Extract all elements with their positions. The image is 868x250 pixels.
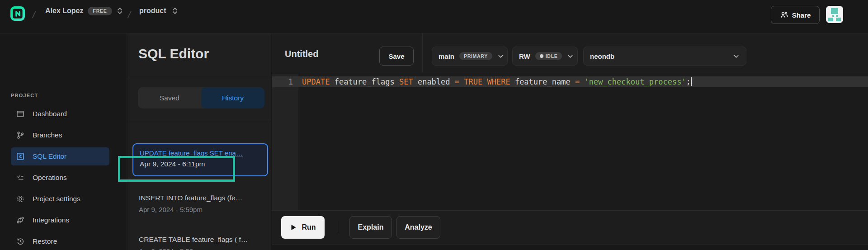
sidebar-item-branches[interactable]: Branches <box>11 126 109 144</box>
gear-icon <box>15 194 25 204</box>
org-name: Alex Lopez <box>45 7 83 15</box>
save-button[interactable]: Save <box>379 47 414 66</box>
compute-value: RW <box>519 52 530 60</box>
project-name: product <box>139 7 166 15</box>
neon-logo-icon[interactable] <box>10 6 25 21</box>
panel-title: SQL Editor <box>138 46 209 61</box>
org-switcher[interactable]: Alex Lopez FREE <box>45 7 123 15</box>
sql-code-editor[interactable]: 1 UPDATE feature_flags SET enabled = TRU… <box>272 74 868 210</box>
share-button[interactable]: Share <box>771 6 820 24</box>
run-button[interactable]: Run <box>281 216 325 239</box>
plan-badge: FREE <box>88 7 112 15</box>
project-switcher[interactable]: product <box>139 7 178 15</box>
restore-clock-icon <box>15 236 25 246</box>
sidebar-item-label: SQL Editor <box>33 152 66 160</box>
top-bar: / Alex Lopez FREE / product Share <box>0 0 868 33</box>
sql-editor-panel: SQL Editor Saved History UPDATE feature_… <box>127 33 271 250</box>
primary-badge: PRIMARY <box>459 52 492 61</box>
sort-chevrons-icon <box>172 7 178 15</box>
tab-saved[interactable]: Saved <box>138 87 201 108</box>
text-cursor <box>691 77 692 86</box>
history-item[interactable]: CREATE TABLE feature_flags ( f… Apr 9, 2… <box>139 236 268 250</box>
run-label: Run <box>302 223 316 231</box>
integrations-icon <box>15 215 25 225</box>
results-pane-edge <box>272 245 868 250</box>
history-query: CREATE TABLE feature_flags ( f… <box>139 236 268 244</box>
database-select[interactable]: neondb <box>583 47 746 66</box>
query-editor: Untitled Save main PRIMARY RW IDLE <box>272 33 868 250</box>
identicon <box>826 6 843 23</box>
branches-icon <box>15 130 25 140</box>
branch-value: main <box>439 52 454 60</box>
play-icon <box>290 224 297 231</box>
code-line-1: 1 UPDATE feature_flags SET enabled = TRU… <box>272 76 868 87</box>
database-value: neondb <box>590 52 614 60</box>
explain-button[interactable]: Explain <box>349 216 392 239</box>
saved-history-tabs: Saved History <box>138 87 264 108</box>
sidebar-item-label: Operations <box>33 174 67 182</box>
divider <box>127 121 271 121</box>
divider <box>422 33 423 73</box>
breadcrumb-separator: / <box>31 9 37 21</box>
user-avatar[interactable] <box>826 6 843 23</box>
line-number: 1 <box>272 76 293 87</box>
section-label-project: PROJECT <box>11 93 38 98</box>
history-timestamp: Apr 9, 2024 - 5:58pm <box>139 247 268 250</box>
tab-history[interactable]: History <box>201 87 264 108</box>
dashboard-icon <box>15 109 25 119</box>
people-icon <box>780 11 788 19</box>
sidebar-item-integrations[interactable]: Integrations <box>11 211 109 229</box>
chevron-down-icon <box>733 53 740 60</box>
chevron-down-icon <box>497 53 504 60</box>
query-title: Untitled <box>285 49 318 59</box>
sidebar-item-dashboard[interactable]: Dashboard <box>11 105 109 123</box>
sidebar-item-restore[interactable]: Restore <box>11 232 109 250</box>
history-query: INSERT INTO feature_flags (fe… <box>139 194 268 202</box>
idle-label: IDLE <box>546 54 558 59</box>
share-label: Share <box>792 11 811 19</box>
history-item[interactable]: INSERT INTO feature_flags (fe… Apr 9, 20… <box>139 194 268 213</box>
sidebar-item-operations[interactable]: Operations <box>11 169 109 187</box>
sidebar-item-label: Branches <box>33 131 62 139</box>
chevron-down-icon <box>567 53 574 60</box>
idle-status-badge: IDLE <box>535 52 562 61</box>
sql-editor-icon <box>15 151 25 161</box>
sidebar-item-project-settings[interactable]: Project settings <box>11 190 109 208</box>
branch-select[interactable]: main PRIMARY <box>432 47 508 66</box>
sidebar-item-sql-editor[interactable]: SQL Editor <box>11 147 109 165</box>
history-item-selected[interactable]: UPDATE feature_flags SET ena… Apr 9, 202… <box>132 143 268 176</box>
sort-chevrons-icon <box>117 7 123 15</box>
analyze-button[interactable]: Analyze <box>396 216 440 239</box>
neon-console-window: / Alex Lopez FREE / product Share <box>0 0 868 250</box>
breadcrumb-separator: / <box>127 9 132 21</box>
sidebar-item-label: Dashboard <box>33 110 67 118</box>
sidebar-item-label: Integrations <box>33 216 69 224</box>
compute-select[interactable]: RW IDLE <box>512 47 578 66</box>
divider <box>338 221 338 234</box>
sidebar: PROJECT Dashboard Branches SQL Editor <box>0 33 127 250</box>
status-dot-icon <box>540 54 543 58</box>
history-query-link[interactable]: UPDATE feature_flags SET ena… <box>140 149 261 157</box>
sidebar-item-label: Project settings <box>33 195 80 203</box>
history-timestamp: Apr 9, 2024 - 5:59pm <box>139 206 268 213</box>
sidebar-item-label: Restore <box>33 237 57 245</box>
code-text: UPDATE feature_flags SET enabled = TRUE … <box>302 76 692 87</box>
divider <box>127 77 271 77</box>
editor-action-bar: Run Explain Analyze <box>272 210 868 245</box>
editor-header: Untitled Save main PRIMARY RW IDLE <box>272 33 868 73</box>
history-timestamp: Apr 9, 2024 - 6:11pm <box>140 160 261 168</box>
operations-icon <box>15 173 25 183</box>
